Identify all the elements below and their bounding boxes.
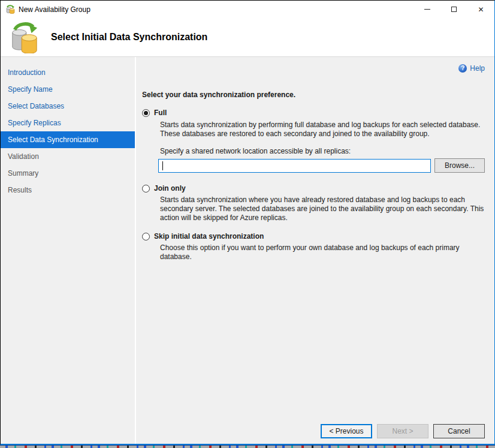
previous-button[interactable]: < Previous — [321, 424, 372, 438]
sidebar-item-specify-replicas[interactable]: Specify Replicas — [1, 115, 135, 131]
minimize-icon — [424, 9, 430, 10]
text-caret — [162, 161, 163, 170]
page-content: ? Help Select your data synchronization … — [136, 57, 494, 444]
join-only-description: Starts data synchronization where you ha… — [160, 196, 487, 223]
help-link[interactable]: ? Help — [458, 64, 485, 73]
sidebar-item-results: Results — [1, 182, 135, 199]
join-only-radio[interactable] — [142, 185, 150, 193]
full-description: Starts data synchronization by performin… — [160, 121, 487, 139]
option-row-full: Full — [142, 109, 494, 117]
close-icon: ✕ — [478, 6, 484, 13]
help-icon: ? — [458, 64, 467, 73]
title-bar[interactable]: New Availability Group ✕ — [1, 1, 494, 18]
sidebar-item-select-databases[interactable]: Select Databases — [1, 98, 135, 115]
database-sync-icon — [9, 21, 39, 53]
sidebar-item-specify-name[interactable]: Specify Name — [1, 81, 135, 98]
close-button[interactable]: ✕ — [467, 1, 494, 18]
caption-buttons: ✕ — [413, 1, 494, 18]
shared-location-input[interactable] — [158, 159, 431, 173]
background-window-sliver — [0, 445, 495, 448]
full-radio-label[interactable]: Full — [154, 109, 167, 117]
maximize-icon — [451, 7, 457, 12]
skip-sync-radio-label[interactable]: Skip initial data synchronization — [154, 232, 264, 240]
window-title: New Availability Group — [19, 5, 90, 14]
help-label: Help — [470, 64, 485, 73]
wizard-body: Introduction Specify Name Select Databas… — [1, 57, 494, 444]
maximize-button[interactable] — [440, 1, 467, 18]
wizard-footer: < Previous Next > Cancel — [321, 424, 485, 438]
skip-sync-radio[interactable] — [142, 233, 150, 240]
sync-preference-instruction: Select your data synchronization prefere… — [142, 91, 494, 99]
next-button: Next > — [377, 424, 428, 438]
app-database-sync-icon — [5, 5, 15, 14]
page-title: Select Initial Data Synchronization — [51, 32, 207, 43]
sidebar-item-select-data-synchronization[interactable]: Select Data Synchronization — [1, 131, 135, 148]
sidebar-item-validation: Validation — [1, 148, 135, 165]
join-only-radio-label[interactable]: Join only — [154, 184, 186, 193]
wizard-dialog: New Availability Group ✕ Select Initial … — [0, 0, 495, 445]
sidebar-item-summary: Summary — [1, 165, 135, 182]
wizard-window: New Availability Group ✕ Select Initial … — [0, 0, 495, 448]
browse-button[interactable]: Browse... — [434, 158, 485, 173]
option-row-skip: Skip initial data synchronization — [142, 232, 494, 240]
skip-description: Choose this option if you want to perfor… — [160, 243, 487, 261]
sidebar-item-introduction[interactable]: Introduction — [1, 64, 135, 81]
shared-location-label: Specify a shared network location access… — [160, 147, 494, 155]
shared-location-row: Browse... — [158, 158, 485, 173]
full-radio[interactable] — [142, 109, 150, 117]
wizard-steps-sidebar: Introduction Specify Name Select Databas… — [1, 57, 136, 444]
minimize-button[interactable] — [413, 1, 440, 18]
option-row-join-only: Join only — [142, 184, 494, 193]
cancel-button[interactable]: Cancel — [433, 424, 485, 438]
wizard-header: Select Initial Data Synchronization — [1, 18, 494, 57]
